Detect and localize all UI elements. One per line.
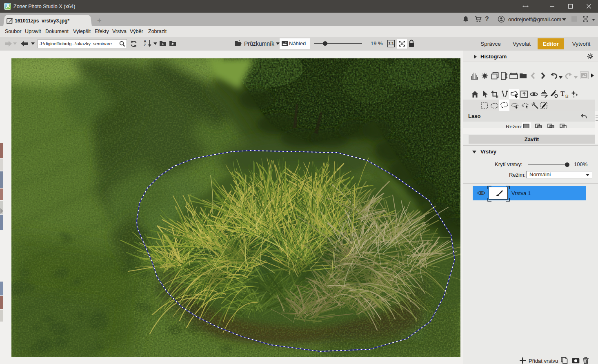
- svg-text:T: T: [560, 90, 565, 98]
- svg-text:Ω: Ω: [565, 94, 568, 98]
